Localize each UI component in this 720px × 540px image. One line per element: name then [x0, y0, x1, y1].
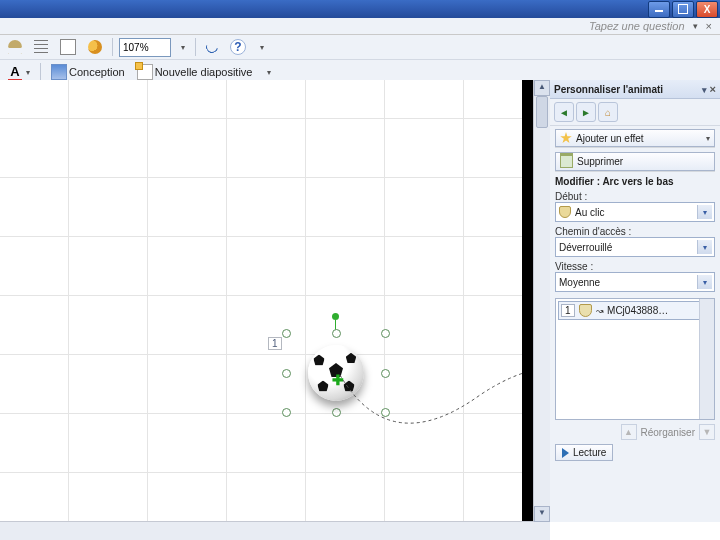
resize-handle-e[interactable] — [381, 369, 390, 378]
scroll-up-button[interactable]: ▲ — [534, 80, 550, 96]
mouse-click-icon — [579, 304, 592, 317]
chevron-down-icon: ▾ — [697, 275, 712, 289]
animation-item-text: MCj043888… — [607, 305, 668, 316]
zoom-input[interactable] — [119, 38, 171, 57]
toolbar-separator — [112, 38, 113, 56]
remove-effect-label: Supprimer — [577, 156, 623, 167]
design-icon — [51, 64, 67, 80]
play-button[interactable]: Lecture — [555, 444, 613, 461]
listbox-scrollbar[interactable] — [699, 299, 714, 419]
animation-order-badge: 1 — [268, 337, 282, 350]
task-pane-nav: ◄ ► ⌂ — [550, 99, 720, 126]
new-slide-icon — [137, 64, 153, 80]
task-pane-close-icon[interactable]: × — [710, 83, 716, 95]
chevron-down-icon: ▾ — [697, 205, 712, 219]
vertical-scrollbar[interactable]: ▲ ▼ — [533, 80, 550, 522]
speed-label: Vitesse : — [555, 261, 715, 272]
resize-handle-nw[interactable] — [282, 329, 291, 338]
resize-handle-ne[interactable] — [381, 329, 390, 338]
reorder-up-button[interactable]: ▲ — [621, 424, 637, 440]
ball-pentagon-icon — [313, 354, 324, 365]
color-scheme-button[interactable] — [84, 36, 106, 58]
playback-row: Lecture — [555, 444, 715, 461]
minimize-icon — [655, 10, 663, 12]
add-effect-button[interactable]: Ajouter un effet ▾ — [555, 129, 715, 147]
play-icon — [562, 448, 569, 458]
grid-overlay — [0, 80, 522, 522]
animation-list-item[interactable]: 1 ↝ MCj043888… ▾ — [558, 301, 712, 320]
task-pane-body: Ajouter un effet ▾ Supprimer Modifier : … — [550, 126, 720, 522]
zoom-dropdown[interactable]: ▾ — [175, 36, 189, 58]
font-color-icon: A — [8, 65, 22, 79]
numbered-list-button[interactable] — [30, 36, 52, 58]
ball-pentagon-icon — [346, 353, 357, 364]
start-select-value: Au clic — [575, 207, 604, 218]
nav-back-button[interactable]: ◄ — [554, 102, 574, 122]
close-x-icon: X — [704, 4, 711, 15]
help-button[interactable]: ? — [226, 36, 250, 58]
help-bar: Tapez une question ▾ × — [0, 18, 720, 35]
start-select[interactable]: Au clic ▾ — [555, 202, 715, 222]
nav-forward-button[interactable]: ► — [576, 102, 596, 122]
modifier-heading: Modifier : Arc vers le bas — [555, 176, 715, 187]
animation-task-pane: Personnaliser l'animati ▾ × ◄ ► ⌂ Ajoute… — [549, 80, 720, 522]
toolbar-separator — [195, 38, 196, 56]
palette-icon — [88, 40, 102, 54]
chevron-down-icon: ▾ — [26, 68, 30, 77]
undo-icon — [204, 39, 220, 55]
window-maximize-button[interactable] — [672, 1, 694, 18]
rotate-handle[interactable] — [332, 313, 339, 320]
toolbar-separator — [40, 63, 41, 81]
start-label: Début : — [555, 191, 715, 202]
format-button[interactable] — [56, 36, 80, 58]
ruler-icon — [60, 39, 76, 55]
clipart-icon — [8, 40, 22, 54]
add-effect-label: Ajouter un effet — [576, 133, 644, 144]
play-button-label: Lecture — [573, 447, 606, 458]
insert-clipart-button[interactable] — [4, 36, 26, 58]
horizontal-scrollbar[interactable] — [0, 521, 550, 540]
task-pane-title: Personnaliser l'animati — [554, 84, 663, 95]
animation-list[interactable]: 1 ↝ MCj043888… ▾ — [555, 298, 715, 420]
nav-home-button[interactable]: ⌂ — [598, 102, 618, 122]
toolbar-standard: ▾ ? ▾ — [0, 35, 720, 60]
window-titlebar: X — [0, 0, 720, 18]
reorder-label: Réorganiser — [641, 427, 695, 438]
help-close-icon[interactable]: × — [706, 20, 712, 32]
help-icon: ? — [230, 39, 246, 55]
toolbar-overflow[interactable]: ▾ — [254, 36, 268, 58]
chevron-down-icon: ▾ — [181, 43, 185, 52]
chevron-down-icon: ▾ — [267, 68, 271, 77]
numbered-list-icon — [34, 40, 48, 54]
chevron-down-icon: ▾ — [706, 134, 710, 143]
window-minimize-button[interactable] — [648, 1, 670, 18]
task-pane-menu-icon[interactable]: ▾ — [702, 85, 707, 95]
effect-star-icon — [560, 132, 572, 144]
resize-handle-se[interactable] — [381, 408, 390, 417]
help-search-placeholder[interactable]: Tapez une question — [589, 20, 685, 32]
undo-button[interactable] — [202, 36, 222, 58]
window-close-button[interactable]: X — [696, 1, 718, 18]
scroll-down-button[interactable]: ▼ — [534, 506, 550, 522]
remove-effect-button[interactable]: Supprimer — [555, 152, 715, 171]
path-label: Chemin d'accès : — [555, 226, 715, 237]
resize-handle-w[interactable] — [282, 369, 291, 378]
reorder-controls: ▲ Réorganiser ▼ — [555, 424, 715, 440]
resize-handle-sw[interactable] — [282, 408, 291, 417]
help-dropdown-icon[interactable]: ▾ — [693, 21, 698, 31]
slide-canvas[interactable]: 1 ✚ — [0, 80, 522, 522]
remove-icon — [560, 155, 573, 168]
ball-pentagon-icon — [343, 380, 354, 391]
mouse-click-icon — [559, 206, 571, 218]
workspace: 1 ✚ ▲ ▼ — [0, 80, 550, 540]
path-select-value: Déverrouillé — [559, 242, 612, 253]
reorder-down-button[interactable]: ▼ — [699, 424, 715, 440]
maximize-icon — [678, 4, 688, 14]
path-select[interactable]: Déverrouillé ▾ — [555, 237, 715, 257]
resize-handle-s[interactable] — [332, 408, 341, 417]
speed-select[interactable]: Moyenne ▾ — [555, 272, 715, 292]
resize-handle-n[interactable] — [332, 329, 341, 338]
speed-select-value: Moyenne — [559, 277, 600, 288]
motion-path-mini-icon: ↝ — [596, 306, 604, 316]
motion-path-start-icon[interactable]: ✚ — [332, 372, 344, 388]
